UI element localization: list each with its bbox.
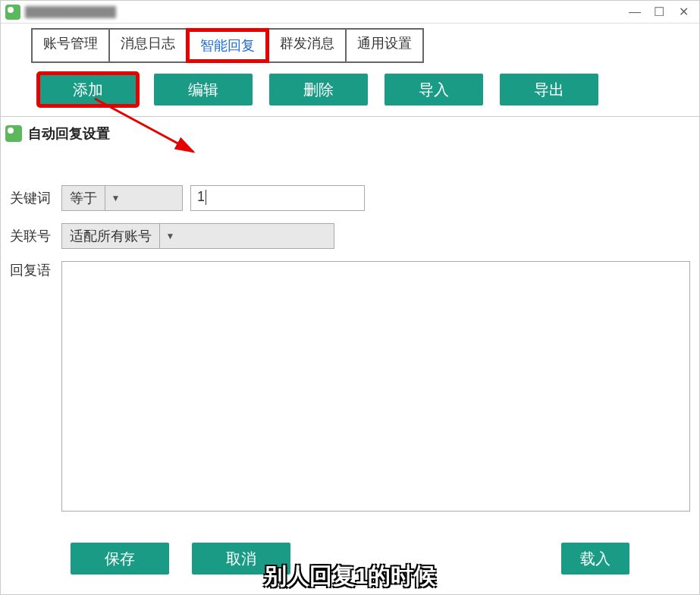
- save-button[interactable]: 保存: [71, 543, 169, 575]
- titlebar: （应用标题） — ☐ ✕: [1, 1, 699, 24]
- form-area: 关键词 等于 ▼ 1 关联号 适配所有账号 ▼ 回复语 保存 取消 载入: [1, 147, 699, 594]
- account-select-value: 适配所有账号: [62, 224, 159, 248]
- delete-button[interactable]: 删除: [269, 74, 368, 105]
- account-select[interactable]: 适配所有账号 ▼: [61, 223, 334, 249]
- reply-label: 回复语: [10, 261, 61, 279]
- tabs-row: 账号管理 消息日志 智能回复 群发消息 通用设置: [1, 24, 699, 63]
- text-cursor: [206, 190, 206, 205]
- app-title: （应用标题）: [25, 6, 116, 18]
- tab-general-settings[interactable]: 通用设置: [345, 28, 424, 63]
- keyword-operator-select[interactable]: 等于 ▼: [61, 185, 183, 211]
- keyword-label: 关键词: [10, 189, 61, 207]
- tab-account-mgmt[interactable]: 账号管理: [31, 28, 110, 63]
- keyword-input[interactable]: 1: [190, 185, 365, 211]
- tab-broadcast[interactable]: 群发消息: [268, 28, 347, 63]
- app-icon: [5, 5, 20, 20]
- reply-textarea[interactable]: [61, 261, 690, 512]
- add-button[interactable]: 添加: [39, 74, 137, 105]
- keyword-input-value: 1: [197, 189, 205, 204]
- tab-message-log[interactable]: 消息日志: [108, 28, 187, 63]
- toolbar: 添加 编辑 删除 导入 导出: [1, 63, 699, 116]
- section-icon: [5, 125, 22, 142]
- app-window: （应用标题） — ☐ ✕ 账号管理 消息日志 智能回复 群发消息 通用设置 添加…: [0, 0, 700, 595]
- account-label: 关联号: [10, 227, 61, 245]
- row-keyword: 关键词 等于 ▼ 1: [10, 185, 690, 211]
- tab-smart-reply[interactable]: 智能回复: [186, 28, 269, 63]
- minimize-button[interactable]: —: [623, 3, 646, 21]
- load-button[interactable]: 载入: [561, 543, 629, 575]
- caption-overlay: 别人回复1的时候: [264, 561, 436, 592]
- chevron-down-icon[interactable]: ▼: [105, 186, 126, 210]
- row-account: 关联号 适配所有账号 ▼: [10, 223, 690, 249]
- section-header: 自动回复设置: [1, 116, 699, 147]
- edit-button[interactable]: 编辑: [154, 74, 253, 105]
- window-controls: — ☐ ✕: [623, 3, 695, 21]
- export-button[interactable]: 导出: [500, 74, 598, 105]
- close-button[interactable]: ✕: [672, 3, 695, 21]
- section-title: 自动回复设置: [28, 124, 110, 143]
- row-reply: 回复语: [10, 261, 690, 518]
- keyword-operator-value: 等于: [62, 186, 105, 210]
- import-button[interactable]: 导入: [385, 74, 483, 105]
- maximize-button[interactable]: ☐: [648, 3, 670, 21]
- chevron-down-icon[interactable]: ▼: [159, 224, 180, 248]
